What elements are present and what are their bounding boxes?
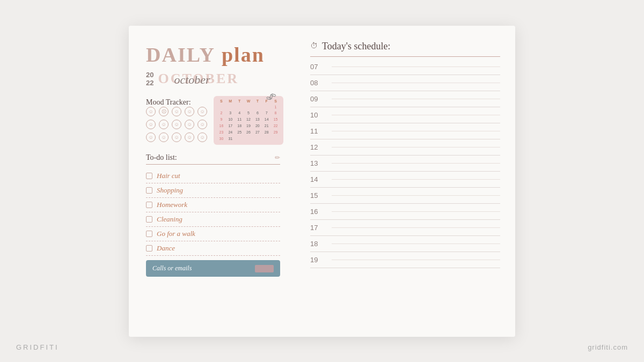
- cal-row: 2 3 4 5 6 7 8: [217, 110, 280, 116]
- todo-header: To-do list: ✏: [146, 153, 280, 165]
- schedule-rows: 07080910111213141516171819: [310, 59, 500, 268]
- mood-section: Mood Tracker: ☺ ☹ ☺ ☺ ☺ ☺ ☺ ☺ ☺ ☺ ☺ ☺: [146, 96, 280, 145]
- hour-label: 09: [310, 95, 323, 103]
- mood-grid: ☺ ☹ ☺ ☺ ☺ ☺ ☺ ☺ ☺ ☺ ☺ ☺ ☺ ☺ ☺: [146, 107, 207, 142]
- hour-label: 15: [310, 191, 323, 200]
- hour-label: 08: [310, 79, 323, 87]
- year-display: 20 22: [146, 71, 153, 87]
- hour-label: 19: [310, 256, 323, 264]
- cal-row: 23 24 25 26 27 28 29: [217, 129, 280, 136]
- title-area: DAILY plan: [146, 43, 280, 67]
- todo-text-walk: Go for a walk: [157, 230, 195, 238]
- todo-text-haircut: Hair cut: [157, 172, 180, 180]
- title-plan: plan: [222, 43, 265, 66]
- todo-text-shopping: Shopping: [157, 186, 183, 195]
- hour-label: 11: [310, 127, 323, 135]
- date-area: 20 22 OCTOBER october: [146, 71, 280, 87]
- todo-item-walk: Go for a walk: [146, 227, 280, 241]
- mood-face: ☺: [197, 120, 207, 129]
- schedule-line: [332, 67, 500, 67]
- mood-face: ☺: [159, 132, 169, 142]
- schedule-row[interactable]: 16: [310, 204, 500, 220]
- schedule-line: [332, 211, 500, 212]
- schedule-row[interactable]: 10: [310, 107, 500, 123]
- schedule-row[interactable]: 18: [310, 236, 500, 252]
- todo-section: To-do list: ✏ Hair cut Shopping Homework: [146, 153, 280, 256]
- mood-face: ☺: [159, 120, 169, 129]
- planner-card: DAILY plan 20 22 OCTOBER october Mood Tr…: [129, 26, 515, 337]
- todo-item-haircut: Hair cut: [146, 169, 280, 183]
- mood-face: ☺: [146, 107, 156, 116]
- checkbox-homework[interactable]: [146, 202, 152, 208]
- schedule-header: ⏱ Today's schedule:: [310, 41, 500, 57]
- schedule-line: [332, 179, 500, 180]
- todo-item-cleaning: Cleaning: [146, 212, 280, 227]
- schedule-row[interactable]: 19: [310, 252, 500, 268]
- left-panel: DAILY plan 20 22 OCTOBER october Mood Tr…: [129, 26, 295, 337]
- schedule-line: [332, 131, 500, 131]
- mood-label: Mood Tracker:: [146, 96, 207, 107]
- schedule-row[interactable]: 17: [310, 220, 500, 236]
- schedule-row[interactable]: 14: [310, 172, 500, 188]
- mood-face: ☺: [185, 120, 194, 129]
- calls-block: Calls or emails: [146, 260, 280, 277]
- mood-face: ☺: [185, 107, 194, 116]
- hour-label: 12: [310, 143, 323, 151]
- todo-text-cleaning: Cleaning: [157, 215, 182, 224]
- checkbox-shopping[interactable]: [146, 187, 152, 194]
- schedule-row[interactable]: 08: [310, 75, 500, 91]
- schedule-line: [332, 163, 500, 164]
- month-fg: october: [174, 73, 210, 87]
- schedule-line: [332, 83, 500, 83]
- schedule-row[interactable]: 12: [310, 139, 500, 156]
- mood-face: ☺: [172, 120, 181, 129]
- schedule-row[interactable]: 07: [310, 59, 500, 75]
- title-daily: DAILY: [146, 43, 215, 66]
- schedule-row[interactable]: 15: [310, 188, 500, 204]
- checkbox-cleaning[interactable]: [146, 216, 152, 223]
- mood-face: ☺: [146, 132, 156, 142]
- month-display: OCTOBER october: [158, 71, 239, 87]
- cal-row: 9 10 11 12 13 14 15: [217, 116, 280, 123]
- hour-label: 17: [310, 224, 323, 232]
- checkbox-haircut[interactable]: [146, 173, 152, 179]
- todo-item-dance: Dance: [146, 241, 280, 256]
- mood-face: ☺: [197, 107, 207, 116]
- schedule-line: [332, 147, 500, 147]
- clock-icon: ⏱: [310, 42, 318, 50]
- todo-item-shopping: Shopping: [146, 183, 280, 198]
- schedule-row[interactable]: 09: [310, 91, 500, 107]
- schedule-line: [332, 99, 500, 99]
- todo-label: To-do list:: [146, 153, 177, 162]
- schedule-row[interactable]: 13: [310, 156, 500, 172]
- mood-face: ☺: [185, 132, 194, 142]
- checkbox-walk[interactable]: [146, 231, 152, 237]
- hour-label: 07: [310, 63, 323, 71]
- cal-row: 16 17 18 19 20 21 22: [217, 123, 280, 129]
- todo-text-dance: Dance: [157, 244, 175, 253]
- cal-row: 30 31: [217, 136, 280, 142]
- calendar-box: 🖇 S M T W T F S: [214, 96, 283, 145]
- tape-decoration: [255, 265, 274, 272]
- hour-label: 10: [310, 111, 323, 119]
- calls-text: Calls or emails: [152, 264, 192, 272]
- brand-right: gridfiti.com: [588, 343, 628, 351]
- hour-label: 13: [310, 159, 323, 167]
- hour-label: 16: [310, 208, 323, 216]
- mood-left: Mood Tracker: ☺ ☹ ☺ ☺ ☺ ☺ ☺ ☺ ☺ ☺ ☺ ☺: [146, 96, 207, 145]
- todo-text-homework: Homework: [157, 201, 187, 209]
- page-wrapper: GRIDFITI gridfiti.com DAILY plan 20 22 O…: [0, 0, 644, 362]
- schedule-line: [332, 260, 500, 260]
- schedule-title: Today's schedule:: [322, 41, 390, 52]
- schedule-row[interactable]: 11: [310, 123, 500, 139]
- checkbox-dance[interactable]: [146, 245, 152, 252]
- mood-face: ☺: [146, 120, 156, 129]
- schedule-line: [332, 195, 500, 196]
- mood-face: ☺: [172, 107, 181, 116]
- mood-face: ☹: [159, 107, 169, 116]
- edit-icon[interactable]: ✏: [275, 154, 280, 162]
- right-panel: ⏱ Today's schedule: 07080910111213141516…: [295, 26, 515, 337]
- mood-face: ☺: [172, 132, 181, 142]
- schedule-line: [332, 243, 500, 244]
- schedule-line: [332, 227, 500, 228]
